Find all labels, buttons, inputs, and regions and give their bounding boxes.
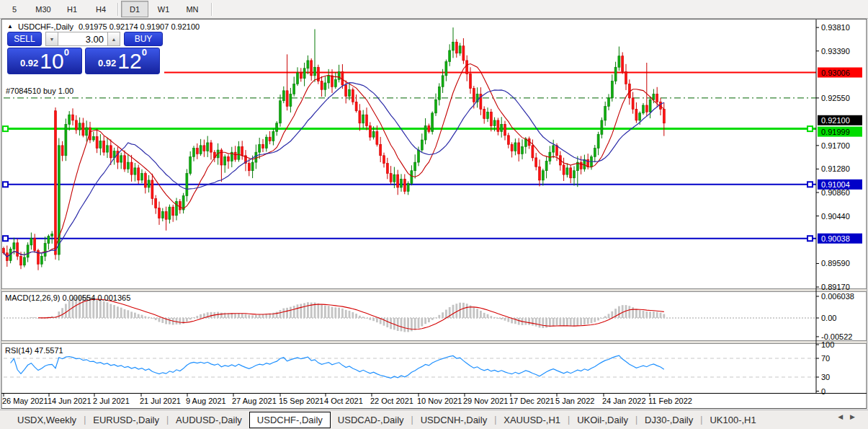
svg-text:10 Nov 2021: 10 Nov 2021 xyxy=(417,397,462,405)
svg-text:27 Aug 2021: 27 Aug 2021 xyxy=(232,397,277,405)
tab-uk100-h1[interactable]: UK100-,H1 xyxy=(702,412,763,428)
svg-text:0.90038: 0.90038 xyxy=(821,234,850,243)
svg-text:0.91700: 0.91700 xyxy=(821,141,850,150)
mt4-window: 5M30H1H4D1W1MN 0.938100.933900.925500.91… xyxy=(0,0,868,429)
tab-usdcad-daily[interactable]: USDCAD-,Daily xyxy=(331,412,411,428)
tab-usdcnh-daily[interactable]: USDCNH-,Daily xyxy=(413,412,494,428)
tab-usdx-weekly[interactable]: USDX,Weekly xyxy=(10,412,84,428)
tab-scroll-arrows: ◀ ▶ xyxy=(838,413,855,420)
svg-text:0.91004: 0.91004 xyxy=(821,180,850,189)
tab-eurusd-daily[interactable]: EURUSD-,Daily xyxy=(86,412,166,428)
svg-text:29 Nov 2021: 29 Nov 2021 xyxy=(463,397,508,405)
svg-text:14 Jun 2021: 14 Jun 2021 xyxy=(48,397,91,405)
volume-decrease-icon[interactable]: ▼ xyxy=(45,32,58,46)
svg-text:21 Jul 2021: 21 Jul 2021 xyxy=(140,397,181,405)
svg-text:15 Sep 2021: 15 Sep 2021 xyxy=(279,397,323,405)
volume-stepper: ▼ 3.00 ▲ xyxy=(45,32,120,46)
svg-text:0.91280: 0.91280 xyxy=(821,164,850,173)
buy-price-quote[interactable]: 0.92 12 0 xyxy=(85,48,160,74)
tab-xauusd-h1[interactable]: XAUUSD-,H1 xyxy=(496,412,568,428)
svg-text:100: 100 xyxy=(821,340,834,349)
svg-text:0.91999: 0.91999 xyxy=(821,128,850,136)
svg-text:2 Jul 2021: 2 Jul 2021 xyxy=(93,397,130,405)
tab-usdchf-daily[interactable]: USDCHF-,Daily xyxy=(249,412,331,428)
svg-text:17 Dec 2021: 17 Dec 2021 xyxy=(509,397,554,405)
volume-increase-icon[interactable]: ▲ xyxy=(107,32,120,46)
collapse-icon[interactable]: ▲ xyxy=(7,23,13,30)
svg-text:0.89170: 0.89170 xyxy=(821,283,850,291)
svg-text:0.89590: 0.89590 xyxy=(821,259,850,267)
tab-dj30-daily[interactable]: DJ30-,Daily xyxy=(637,412,700,428)
tab-ukoil-daily[interactable]: UKOil-,Daily xyxy=(570,412,635,428)
svg-text:30: 30 xyxy=(821,373,830,381)
sell-price-quote[interactable]: 0.92 10 0 xyxy=(7,48,82,74)
chart-title: ▲ USDCHF-,Daily 0.91975 0.92174 0.91907 … xyxy=(7,22,200,31)
svg-text:11 Feb 2022: 11 Feb 2022 xyxy=(648,397,692,405)
tab-audusd-daily[interactable]: AUDUSD-,Daily xyxy=(169,412,249,428)
one-click-trading-panel: SELL ▼ 3.00 ▲ BUY 0.92 10 0 0.92 12 0 xyxy=(7,32,163,74)
svg-text:9 Aug 2021: 9 Aug 2021 xyxy=(186,397,226,405)
svg-text:0: 0 xyxy=(821,387,826,396)
svg-text:4 Oct 2021: 4 Oct 2021 xyxy=(324,397,363,405)
rsi-indicator-label: RSI(14) 47.5571 xyxy=(5,346,63,355)
ohlc-values: 0.91975 0.92174 0.91907 0.92100 xyxy=(79,22,200,31)
svg-text:24 Jan 2022: 24 Jan 2022 xyxy=(602,397,646,405)
svg-text:5 Jan 2022: 5 Jan 2022 xyxy=(555,397,594,405)
svg-text:0.93390: 0.93390 xyxy=(821,47,850,56)
svg-text:0.93006: 0.93006 xyxy=(821,68,850,77)
svg-text:0.006038: 0.006038 xyxy=(821,292,854,301)
symbol-name: USDCHF-,Daily xyxy=(18,22,73,31)
svg-text:0.92550: 0.92550 xyxy=(821,94,850,102)
svg-text:0.00: 0.00 xyxy=(821,314,836,322)
svg-text:0.93810: 0.93810 xyxy=(821,23,850,32)
macd-indicator-label: MACD(12,26,9) 0.000554 0.001365 xyxy=(5,293,130,302)
tab-scroll-right-icon[interactable]: ▶ xyxy=(850,413,855,420)
svg-text:70: 70 xyxy=(821,354,830,363)
chart-tab-bar: USDX,Weekly|EURUSD-,Daily|AUDUSD-,DailyU… xyxy=(0,410,868,429)
tab-scroll-left-icon[interactable]: ◀ xyxy=(838,413,843,420)
sell-button[interactable]: SELL xyxy=(7,32,42,46)
svg-text:26 May 2021: 26 May 2021 xyxy=(2,397,48,405)
svg-text:0.92100: 0.92100 xyxy=(821,116,850,125)
svg-text:22 Oct 2021: 22 Oct 2021 xyxy=(370,397,413,405)
svg-text:0.90440: 0.90440 xyxy=(821,212,850,221)
open-position-label: #7084510 buy 1.00 xyxy=(6,87,73,95)
